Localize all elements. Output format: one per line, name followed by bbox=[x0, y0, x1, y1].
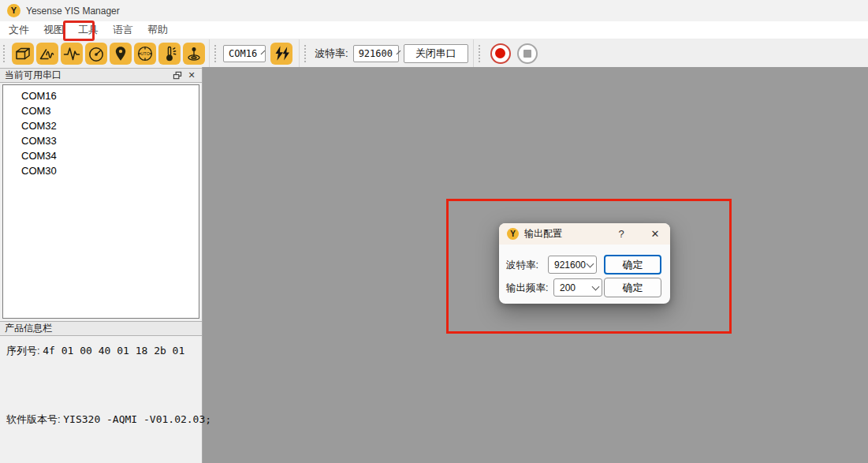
gauge-icon bbox=[87, 44, 106, 63]
list-item-port[interactable]: COM16 bbox=[3, 88, 199, 103]
refresh-lightning-icon bbox=[272, 44, 291, 63]
toolbar: UTC COM16 波特率: 921600 关闭串口 bbox=[0, 39, 868, 67]
stop-icon bbox=[523, 50, 531, 58]
serial-port-dock-panel: 当前可用串口 ✕ COM16 COM3 COM32 COM33 COM34 CO… bbox=[0, 67, 203, 463]
menu-item-file[interactable]: 文件 bbox=[3, 23, 35, 37]
toolbar-drag-handle[interactable] bbox=[214, 45, 219, 62]
list-item-port[interactable]: COM30 bbox=[3, 163, 199, 178]
chevron-down-icon bbox=[261, 50, 266, 54]
baud-rate-combobox-value: 921600 bbox=[359, 48, 393, 59]
menubar: 文件 视图 工具 语言 帮助 bbox=[0, 21, 868, 39]
software-version-label: 软件版本号: bbox=[6, 413, 61, 425]
menu-item-view[interactable]: 视图 bbox=[38, 23, 69, 37]
dialog-rate-value: 200 bbox=[560, 282, 576, 293]
imu-sensor-button[interactable] bbox=[183, 43, 205, 65]
dialog-rate-ok-button[interactable]: 确定 bbox=[604, 278, 661, 297]
dialog-rate-combobox[interactable]: 200 bbox=[553, 278, 602, 297]
dialog-title: 输出配置 bbox=[524, 227, 562, 241]
port-combobox[interactable]: COM16 bbox=[223, 45, 266, 62]
list-item-port[interactable]: COM34 bbox=[3, 148, 199, 163]
menu-item-help[interactable]: 帮助 bbox=[142, 23, 173, 37]
menu-item-language[interactable]: 语言 bbox=[107, 23, 139, 37]
toolbar-separator bbox=[209, 39, 210, 67]
output-config-dialog: Y 输出配置 ? ✕ 波特率: 921600 确定 输出频率: 200 确定 bbox=[499, 223, 670, 304]
dock-header-available-ports: 当前可用串口 ✕ bbox=[0, 68, 202, 83]
waveform-button[interactable] bbox=[61, 43, 83, 65]
toolbar-drag-handle[interactable] bbox=[3, 45, 8, 62]
available-ports-list[interactable]: COM16 COM3 COM32 COM33 COM34 COM30 bbox=[2, 84, 199, 319]
dialog-baud-ok-button[interactable]: 确定 bbox=[604, 255, 661, 274]
dialog-baud-value: 921600 bbox=[554, 260, 586, 271]
app-logo-icon: Y bbox=[7, 4, 20, 17]
dock-header-product-info: 产品信息栏 bbox=[0, 321, 202, 336]
software-version-line: 软件版本号: YIS320 -AQMI -V01.02.03; bbox=[6, 413, 211, 427]
product-info-title: 产品信息栏 bbox=[5, 322, 52, 335]
refresh-ports-button[interactable] bbox=[270, 43, 292, 65]
thermometer-button[interactable] bbox=[158, 43, 181, 65]
dock-float-button[interactable] bbox=[170, 69, 184, 81]
float-window-icon bbox=[173, 71, 182, 80]
chevron-down-icon bbox=[587, 260, 594, 267]
serial-number-line: 序列号: 4f 01 00 40 01 18 2b 01 bbox=[6, 344, 184, 358]
list-item-port[interactable]: COM3 bbox=[3, 103, 199, 118]
close-serial-port-button[interactable]: 关闭串口 bbox=[404, 44, 468, 63]
utc-clock-button[interactable]: UTC bbox=[134, 43, 156, 65]
dock-title: 当前可用串口 bbox=[5, 69, 61, 82]
toolbar-separator bbox=[473, 39, 474, 67]
baud-rate-combobox[interactable]: 921600 bbox=[353, 45, 399, 62]
angle-wave-icon bbox=[38, 44, 57, 63]
record-icon bbox=[495, 48, 505, 58]
location-pin-button[interactable] bbox=[110, 43, 132, 65]
dialog-help-button[interactable]: ? bbox=[613, 223, 630, 245]
serial-number-label: 序列号: bbox=[6, 345, 40, 357]
thermometer-icon bbox=[160, 44, 179, 63]
dialog-close-button[interactable]: ✕ bbox=[645, 223, 665, 245]
waveform-icon bbox=[62, 44, 81, 63]
titlebar: Y Yesense YIS Manager bbox=[0, 0, 868, 21]
svg-text:UTC: UTC bbox=[140, 51, 149, 56]
baud-rate-label: 波特率: bbox=[315, 47, 348, 61]
stop-button[interactable] bbox=[517, 43, 538, 64]
dialog-rate-label: 输出频率: bbox=[506, 282, 548, 295]
toolbar-drag-handle[interactable] bbox=[304, 45, 309, 62]
imu-sensor-icon bbox=[184, 44, 203, 63]
gauge-button[interactable] bbox=[85, 43, 107, 65]
close-icon: ✕ bbox=[651, 228, 660, 240]
menu-item-tools[interactable]: 工具 bbox=[73, 23, 104, 37]
record-button[interactable] bbox=[490, 43, 511, 64]
close-icon: ✕ bbox=[188, 70, 195, 80]
dialog-baud-label: 波特率: bbox=[506, 259, 538, 272]
utc-clock-icon: UTC bbox=[136, 44, 155, 63]
list-item-port[interactable]: COM33 bbox=[3, 133, 199, 148]
software-version-value: YIS320 -AQMI -V01.02.03; bbox=[63, 413, 211, 425]
cube-3d-button[interactable] bbox=[12, 43, 34, 65]
list-item-port[interactable]: COM32 bbox=[3, 118, 199, 133]
angle-wave-button[interactable] bbox=[36, 43, 58, 65]
toolbar-separator bbox=[299, 39, 300, 67]
window-title: Yesense YIS Manager bbox=[26, 6, 120, 17]
serial-number-value: 4f 01 00 40 01 18 2b 01 bbox=[43, 345, 184, 357]
dialog-logo-icon: Y bbox=[507, 228, 519, 240]
location-pin-icon bbox=[111, 44, 130, 63]
chevron-down-icon bbox=[592, 282, 600, 290]
cube-3d-icon bbox=[13, 44, 32, 63]
dock-close-button[interactable]: ✕ bbox=[184, 69, 199, 81]
port-combobox-value: COM16 bbox=[229, 48, 257, 59]
chevron-down-icon bbox=[397, 50, 401, 54]
toolbar-drag-handle[interactable] bbox=[479, 45, 483, 62]
dialog-baud-combobox[interactable]: 921600 bbox=[548, 256, 597, 274]
